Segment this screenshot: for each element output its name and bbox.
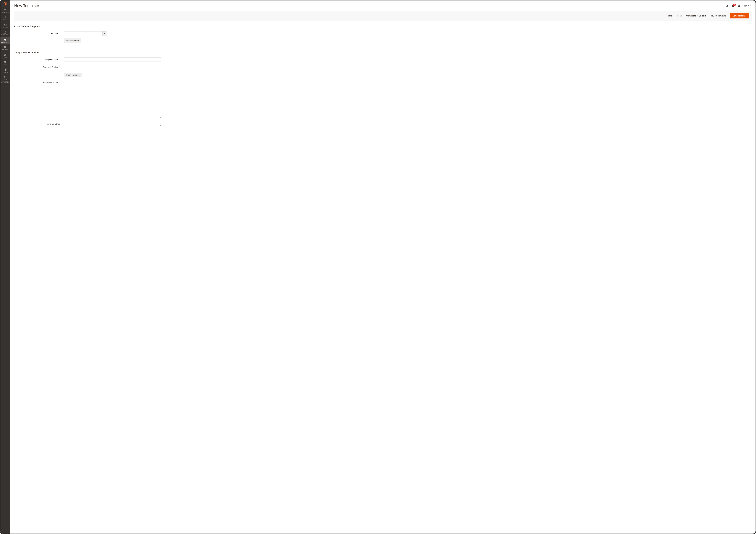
sidebar-item-sales[interactable]: SALES	[0, 15, 10, 22]
convert-plain-text-button[interactable]: Convert to Plain Text	[686, 15, 706, 17]
save-template-button[interactable]: Save Template	[730, 13, 749, 18]
insert-variable-button[interactable]: Insert Variable...	[64, 73, 82, 77]
sidebar-item-label: STORES	[1, 64, 10, 66]
template-select[interactable]	[64, 31, 102, 36]
template-subject-input[interactable]	[64, 65, 161, 70]
user-menu[interactable]: admin ▼	[744, 5, 751, 7]
notifications-badge: 39	[733, 4, 736, 6]
label-template-subject-text: Template Subject	[43, 66, 58, 68]
preview-template-button[interactable]: Preview Template	[710, 15, 726, 17]
sidebar-item-dashboard[interactable]: DASHBOARD	[0, 7, 10, 15]
form-row-template-name: Template Name *	[14, 57, 751, 62]
header-actions: 39 admin ▼	[726, 5, 751, 7]
required-asterisk: *	[59, 66, 60, 68]
sidebar-item-content[interactable]: CONTENT	[0, 44, 10, 52]
caret-down-icon: ▼	[750, 5, 751, 7]
main-content: New Template 39 admin ▼ ← Back Reset Con…	[10, 0, 756, 534]
back-button[interactable]: ← Back	[665, 15, 673, 17]
label-template-content-text: Template Content	[43, 81, 58, 84]
sidebar-item-reports[interactable]: REPORTS	[0, 52, 10, 59]
label-template-styles-text: Template Styles	[46, 123, 60, 125]
search-icon[interactable]	[726, 5, 728, 7]
sidebar-item-label: REPORTS	[1, 57, 10, 58]
bar-chart-icon	[4, 53, 7, 56]
label-template-subject: Template Subject *	[14, 65, 64, 68]
person-icon	[4, 31, 7, 34]
layout-icon	[4, 46, 7, 49]
required-asterisk: *	[59, 81, 60, 84]
box-icon	[4, 24, 7, 26]
template-styles-textarea[interactable]	[64, 122, 161, 127]
template-name-input[interactable]	[64, 57, 161, 62]
sidebar-item-label: SYSTEM	[1, 72, 10, 73]
megaphone-icon	[4, 39, 7, 41]
sidebar-item-stores[interactable]: STORES	[0, 59, 10, 67]
form-row-template-content: Template Content *	[14, 81, 751, 119]
form-row-insert-variable: Insert Variable...	[14, 73, 751, 77]
required-asterisk: *	[59, 58, 60, 61]
label-template-styles: Template Styles	[14, 122, 64, 125]
sidebar-item-marketing[interactable]: MARKETING	[0, 37, 10, 44]
label-template: Template *	[14, 31, 64, 35]
template-information-section: Template Information Template Name * Tem…	[14, 51, 751, 130]
label-template-text: Template	[50, 32, 58, 35]
label-template-name: Template Name *	[14, 57, 64, 61]
storefront-icon	[4, 61, 7, 64]
gear-icon	[4, 69, 7, 71]
sidebar-item-label: CONTENT	[1, 49, 10, 51]
label-template-content: Template Content *	[14, 81, 64, 84]
gauge-icon	[4, 9, 7, 11]
sidebar-item-label: CUSTOMERS	[1, 34, 10, 36]
admin-sidebar: DASHBOARD SALES CATALOG CUSTOMERS MARKET…	[0, 0, 10, 534]
form-row-template-subject: Template Subject *	[14, 65, 751, 70]
chevron-down-icon[interactable]: ▼	[102, 31, 106, 36]
dollar-icon	[4, 16, 7, 19]
sidebar-item-label: CATALOG	[1, 27, 10, 28]
required-asterisk: *	[59, 32, 60, 35]
magento-logo[interactable]	[0, 0, 10, 7]
sidebar-item-label: MARKETING	[1, 42, 10, 43]
page-header: New Template 39 admin ▼	[14, 0, 751, 11]
puzzle-icon	[4, 76, 7, 78]
label-template-name-text: Template Name	[44, 58, 58, 61]
arrow-left-icon: ←	[665, 15, 667, 17]
account-icon[interactable]	[738, 5, 741, 7]
form-row-template-styles: Template Styles	[14, 122, 751, 127]
sidebar-item-system[interactable]: SYSTEM	[0, 67, 10, 74]
sidebar-item-customers[interactable]: CUSTOMERS	[0, 30, 10, 37]
page-title: New Template	[14, 4, 726, 8]
sidebar-item-label: DASHBOARD	[1, 12, 10, 13]
template-content-textarea[interactable]	[64, 81, 161, 118]
reset-button[interactable]: Reset	[677, 15, 682, 17]
section-title-load-default: Load Default Template	[14, 25, 751, 28]
back-button-label: Back	[668, 15, 673, 17]
template-select-wrapper: ▼	[64, 31, 106, 36]
load-template-button[interactable]: Load Template	[64, 38, 81, 43]
username-label: admin	[744, 5, 749, 7]
section-title-template-info: Template Information	[14, 51, 751, 54]
sidebar-item-partners[interactable]: FIND PARTNERS & EXTENSIONS	[0, 74, 10, 85]
notifications-icon[interactable]: 39	[732, 5, 734, 7]
page-action-bar: ← Back Reset Convert to Plain Text Previ…	[14, 11, 752, 21]
sidebar-item-catalog[interactable]: CATALOG	[0, 22, 10, 30]
sidebar-item-label: FIND PARTNERS & EXTENSIONS	[1, 79, 10, 83]
load-default-template-section: Load Default Template Template * ▼ Load …	[14, 25, 751, 46]
sidebar-item-label: SALES	[1, 19, 10, 21]
form-row-template: Template * ▼ Load Template	[14, 31, 751, 43]
